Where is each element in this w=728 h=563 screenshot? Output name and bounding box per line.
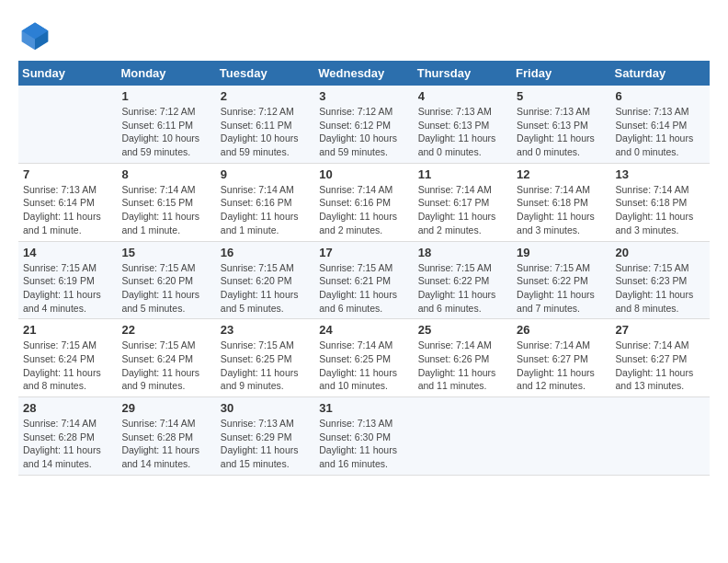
- calendar-cell: 12Sunrise: 7:14 AM Sunset: 6:18 PM Dayli…: [512, 163, 610, 241]
- calendar-cell: 7Sunrise: 7:13 AM Sunset: 6:14 PM Daylig…: [18, 163, 117, 241]
- calendar-cell: 24Sunrise: 7:14 AM Sunset: 6:25 PM Dayli…: [314, 319, 413, 397]
- day-info: Sunrise: 7:14 AM Sunset: 6:17 PM Dayligh…: [418, 183, 507, 237]
- day-number: 22: [121, 323, 210, 337]
- day-number: 2: [221, 89, 310, 103]
- calendar-cell: 22Sunrise: 7:15 AM Sunset: 6:24 PM Dayli…: [117, 319, 215, 397]
- day-number: 4: [418, 89, 507, 103]
- calendar-cell: 15Sunrise: 7:15 AM Sunset: 6:20 PM Dayli…: [117, 241, 215, 319]
- calendar-cell: 6Sunrise: 7:13 AM Sunset: 6:14 PM Daylig…: [611, 86, 710, 163]
- calendar-cell: 9Sunrise: 7:14 AM Sunset: 6:16 PM Daylig…: [216, 163, 314, 241]
- calendar-cell: 21Sunrise: 7:15 AM Sunset: 6:24 PM Dayli…: [18, 319, 117, 397]
- logo: [18, 18, 57, 52]
- day-number: 11: [418, 167, 507, 181]
- day-info: Sunrise: 7:12 AM Sunset: 6:11 PM Dayligh…: [221, 105, 310, 159]
- calendar-cell: 10Sunrise: 7:14 AM Sunset: 6:16 PM Dayli…: [314, 163, 413, 241]
- day-number: 5: [517, 89, 606, 103]
- calendar-cell: [18, 86, 117, 163]
- day-of-week-header: Sunday: [18, 61, 117, 86]
- calendar-table: SundayMondayTuesdayWednesdayThursdayFrid…: [18, 61, 710, 476]
- day-info: Sunrise: 7:13 AM Sunset: 6:30 PM Dayligh…: [319, 417, 408, 471]
- day-info: Sunrise: 7:15 AM Sunset: 6:24 PM Dayligh…: [121, 339, 210, 393]
- calendar-cell: 27Sunrise: 7:14 AM Sunset: 6:27 PM Dayli…: [611, 319, 710, 397]
- calendar-week-row: 14Sunrise: 7:15 AM Sunset: 6:19 PM Dayli…: [18, 241, 710, 319]
- day-info: Sunrise: 7:14 AM Sunset: 6:18 PM Dayligh…: [616, 183, 705, 237]
- calendar-cell: 4Sunrise: 7:13 AM Sunset: 6:13 PM Daylig…: [414, 86, 512, 163]
- day-info: Sunrise: 7:13 AM Sunset: 6:13 PM Dayligh…: [517, 105, 606, 159]
- day-number: 15: [121, 246, 210, 259]
- day-number: 17: [319, 246, 408, 259]
- calendar-body: 1Sunrise: 7:12 AM Sunset: 6:11 PM Daylig…: [18, 86, 710, 475]
- page-header: [18, 18, 710, 52]
- logo-icon: [18, 18, 51, 52]
- day-number: 20: [616, 246, 705, 259]
- day-info: Sunrise: 7:15 AM Sunset: 6:25 PM Dayligh…: [221, 339, 310, 393]
- day-info: Sunrise: 7:15 AM Sunset: 6:22 PM Dayligh…: [517, 261, 606, 316]
- day-info: Sunrise: 7:14 AM Sunset: 6:16 PM Dayligh…: [319, 183, 408, 237]
- calendar-cell: [611, 397, 710, 476]
- day-info: Sunrise: 7:15 AM Sunset: 6:19 PM Dayligh…: [23, 261, 112, 316]
- day-info: Sunrise: 7:15 AM Sunset: 6:20 PM Dayligh…: [221, 261, 310, 316]
- calendar-cell: [512, 397, 610, 476]
- day-number: 1: [121, 89, 210, 103]
- day-of-week-header: Monday: [117, 61, 215, 86]
- day-info: Sunrise: 7:15 AM Sunset: 6:22 PM Dayligh…: [418, 261, 507, 316]
- calendar-cell: 16Sunrise: 7:15 AM Sunset: 6:20 PM Dayli…: [216, 241, 314, 319]
- day-info: Sunrise: 7:14 AM Sunset: 6:25 PM Dayligh…: [319, 339, 408, 393]
- day-info: Sunrise: 7:14 AM Sunset: 6:27 PM Dayligh…: [616, 339, 705, 393]
- calendar-week-row: 7Sunrise: 7:13 AM Sunset: 6:14 PM Daylig…: [18, 163, 710, 241]
- day-number: 16: [221, 246, 310, 259]
- calendar-cell: 1Sunrise: 7:12 AM Sunset: 6:11 PM Daylig…: [117, 86, 215, 163]
- calendar-cell: [414, 397, 512, 476]
- day-number: 26: [517, 323, 606, 337]
- calendar-cell: 11Sunrise: 7:14 AM Sunset: 6:17 PM Dayli…: [414, 163, 512, 241]
- day-info: Sunrise: 7:14 AM Sunset: 6:15 PM Dayligh…: [121, 183, 210, 237]
- calendar-cell: 29Sunrise: 7:14 AM Sunset: 6:28 PM Dayli…: [117, 397, 215, 476]
- day-number: 7: [23, 167, 112, 181]
- day-number: 13: [616, 167, 705, 181]
- day-info: Sunrise: 7:14 AM Sunset: 6:27 PM Dayligh…: [517, 339, 606, 393]
- calendar-cell: 19Sunrise: 7:15 AM Sunset: 6:22 PM Dayli…: [512, 241, 610, 319]
- calendar-cell: 5Sunrise: 7:13 AM Sunset: 6:13 PM Daylig…: [512, 86, 610, 163]
- day-number: 29: [121, 401, 210, 415]
- calendar-cell: 23Sunrise: 7:15 AM Sunset: 6:25 PM Dayli…: [216, 319, 314, 397]
- day-number: 28: [23, 401, 112, 415]
- day-info: Sunrise: 7:14 AM Sunset: 6:28 PM Dayligh…: [23, 417, 112, 471]
- days-of-week-row: SundayMondayTuesdayWednesdayThursdayFrid…: [18, 61, 710, 86]
- calendar-cell: 28Sunrise: 7:14 AM Sunset: 6:28 PM Dayli…: [18, 397, 117, 476]
- day-of-week-header: Saturday: [611, 61, 710, 86]
- day-info: Sunrise: 7:15 AM Sunset: 6:20 PM Dayligh…: [121, 261, 210, 316]
- day-info: Sunrise: 7:12 AM Sunset: 6:12 PM Dayligh…: [319, 105, 408, 159]
- day-info: Sunrise: 7:13 AM Sunset: 6:29 PM Dayligh…: [221, 417, 310, 471]
- day-of-week-header: Tuesday: [216, 61, 314, 86]
- day-number: 14: [23, 246, 112, 259]
- calendar-cell: 3Sunrise: 7:12 AM Sunset: 6:12 PM Daylig…: [314, 86, 413, 163]
- day-number: 23: [221, 323, 310, 337]
- day-info: Sunrise: 7:15 AM Sunset: 6:21 PM Dayligh…: [319, 261, 408, 316]
- day-number: 6: [616, 89, 705, 103]
- day-number: 24: [319, 323, 408, 337]
- calendar-cell: 18Sunrise: 7:15 AM Sunset: 6:22 PM Dayli…: [414, 241, 512, 319]
- calendar-cell: 30Sunrise: 7:13 AM Sunset: 6:29 PM Dayli…: [216, 397, 314, 476]
- day-number: 31: [319, 401, 408, 415]
- calendar-cell: 31Sunrise: 7:13 AM Sunset: 6:30 PM Dayli…: [314, 397, 413, 476]
- calendar-cell: 26Sunrise: 7:14 AM Sunset: 6:27 PM Dayli…: [512, 319, 610, 397]
- day-number: 8: [121, 167, 210, 181]
- day-info: Sunrise: 7:14 AM Sunset: 6:18 PM Dayligh…: [517, 183, 606, 237]
- day-number: 25: [418, 323, 507, 337]
- day-info: Sunrise: 7:14 AM Sunset: 6:16 PM Dayligh…: [221, 183, 310, 237]
- calendar-cell: 13Sunrise: 7:14 AM Sunset: 6:18 PM Dayli…: [611, 163, 710, 241]
- day-info: Sunrise: 7:15 AM Sunset: 6:24 PM Dayligh…: [23, 339, 112, 393]
- day-info: Sunrise: 7:15 AM Sunset: 6:23 PM Dayligh…: [616, 261, 705, 316]
- day-info: Sunrise: 7:13 AM Sunset: 6:13 PM Dayligh…: [418, 105, 507, 159]
- calendar-cell: 25Sunrise: 7:14 AM Sunset: 6:26 PM Dayli…: [414, 319, 512, 397]
- day-info: Sunrise: 7:13 AM Sunset: 6:14 PM Dayligh…: [616, 105, 705, 159]
- day-of-week-header: Wednesday: [314, 61, 413, 86]
- day-number: 18: [418, 246, 507, 259]
- day-number: 19: [517, 246, 606, 259]
- day-number: 9: [221, 167, 310, 181]
- calendar-cell: 20Sunrise: 7:15 AM Sunset: 6:23 PM Dayli…: [611, 241, 710, 319]
- calendar-cell: 2Sunrise: 7:12 AM Sunset: 6:11 PM Daylig…: [216, 86, 314, 163]
- day-number: 21: [23, 323, 112, 337]
- day-info: Sunrise: 7:13 AM Sunset: 6:14 PM Dayligh…: [23, 183, 112, 237]
- day-number: 30: [221, 401, 310, 415]
